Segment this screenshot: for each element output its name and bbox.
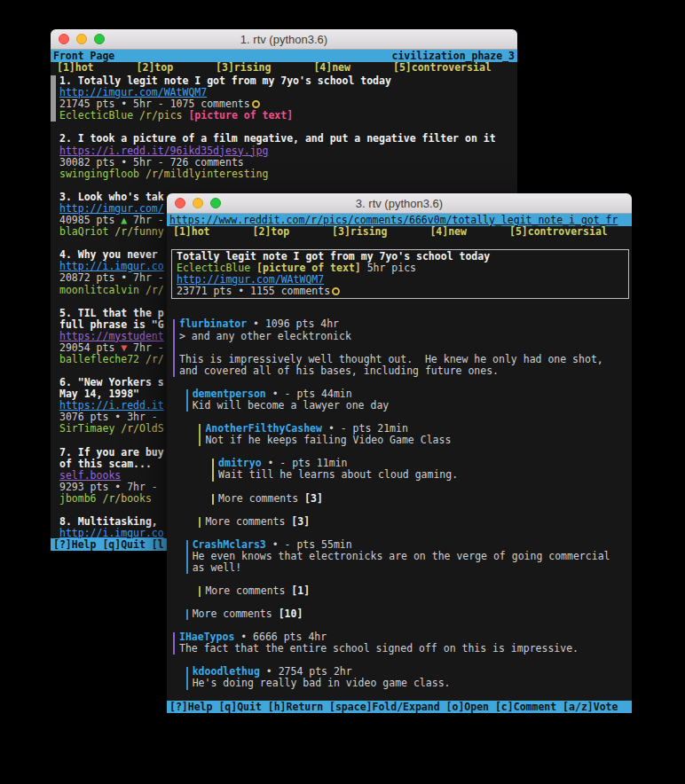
more-comments-count: [10] [279, 608, 303, 620]
comment-item[interactable]: IHaeTypos • 6666 pts 4hrThe fact that th… [173, 631, 632, 655]
post-author: jbomb6 [59, 493, 97, 505]
depth-bar [212, 459, 214, 481]
tab-2top[interactable]: [2]top [253, 226, 290, 238]
post-url[interactable]: https://i.redd.it [59, 400, 164, 412]
comment-body-line: He's doing really bad in video game clas… [193, 678, 632, 689]
post-points: 29054 pts [59, 342, 121, 354]
comment-body-line: He even knows that electronicks are on t… [193, 551, 632, 562]
comment-header: IHaeTypos • 6666 pts 4hr [179, 631, 632, 643]
tab-4new[interactable]: [4]new [313, 62, 350, 74]
comment-body-line: This is impressively well thought out. H… [179, 354, 632, 365]
comment-author: dmitryo [218, 458, 261, 469]
tab-5controversial[interactable]: [5]controversial [509, 226, 608, 238]
post-url[interactable]: self.books [59, 470, 121, 482]
post-url[interactable]: http://imgur.com/WAtWQM7 [177, 274, 324, 286]
comment-item[interactable]: dementperson • - pts 44minKid will becom… [186, 388, 632, 412]
post-url[interactable]: http://i.imgur.co [59, 261, 164, 272]
post-byline: swingingfloob /r/mildlyinteresting [59, 169, 515, 180]
post-age-comments: 5hr - 1075 comments [127, 98, 249, 110]
post-author: ballefleche72 [59, 354, 139, 365]
titlebar[interactable]: 3. rtv (python3.6) [167, 193, 632, 214]
more-comments-item[interactable]: More comments [3] [212, 493, 632, 505]
close-button[interactable] [59, 34, 69, 44]
space [133, 110, 139, 122]
space [139, 354, 146, 365]
comment-header: dmitryo • - pts 11min [218, 458, 632, 469]
more-comments-line: More comments [3] [218, 493, 632, 505]
comment-author: kdoodlethug [193, 666, 260, 678]
post-age-comments: 7hr - [127, 272, 164, 284]
post-subreddit: /r/OldS [121, 423, 163, 435]
titlebar[interactable]: 1. rtv (python3.6) [51, 29, 517, 50]
more-comments-label: More comments [205, 585, 291, 597]
post-item[interactable]: 2. I took a picture of a film negative, … [59, 133, 515, 179]
post-byline: EclecticBlue /r/pics [picture of text] [59, 110, 515, 122]
comment-header: CrashMclars3 • - pts 55min [193, 539, 632, 551]
post-flair: [picture of text] [256, 263, 361, 274]
tab-3rising[interactable]: [3]rising [216, 62, 271, 74]
more-comments-item[interactable]: More comments [3] [199, 516, 632, 528]
comment-meta: • 6666 pts 4hr [234, 631, 327, 643]
more-comments-line: More comments [10] [193, 608, 632, 620]
more-comments-item[interactable]: More comments [10] [186, 608, 632, 620]
tab-1hot[interactable]: [1]hot [173, 226, 210, 238]
more-comments-count: [3] [291, 516, 310, 528]
zoom-button[interactable] [210, 198, 221, 208]
post-points: 3076 pts [59, 412, 114, 423]
zoom-button[interactable] [94, 34, 105, 44]
window-title: 3. rtv (python3.6) [356, 197, 443, 210]
comment-header: kdoodlethug • 2754 pts 2hr [193, 666, 632, 678]
post-author: swingingfloob [59, 169, 139, 180]
tab-3rising[interactable]: [3]rising [332, 226, 387, 238]
post-subreddit: /r/books [102, 493, 151, 505]
window-title: 1. rtv (python3.6) [240, 33, 327, 46]
depth-bar [199, 586, 201, 597]
comment-item[interactable]: dmitryo • - pts 11minWait till he learns… [212, 458, 632, 481]
subreddit-header-bar: Front Page civilization_phaze_3 [51, 50, 517, 62]
post-age-comments: 3hr - [121, 412, 163, 423]
sort-tabs: [1]hot[2]top[3]rising[4]new[5]controvers… [51, 62, 517, 74]
post-byline: EclecticBlue [picture of text] 5hr pics [177, 263, 624, 274]
more-comments-line: More comments [1] [205, 585, 632, 597]
url-bar: https://www.reddit.com/r/pics/comments/6… [167, 214, 632, 226]
depth-bar [173, 632, 175, 655]
comment-item[interactable]: CrashMclars3 • - pts 55minHe even knows … [186, 539, 632, 574]
comment-item[interactable]: flurbinator • 1096 pts 4hr> and any othe… [173, 318, 632, 376]
tab-5controversial[interactable]: [5]controversial [393, 62, 492, 74]
depth-bar [186, 667, 188, 689]
depth-bar [186, 540, 188, 574]
post-url[interactable]: http://imgur.com/WAtWQM7 [59, 87, 207, 98]
comment-author: CrashMclars3 [193, 539, 266, 551]
more-comments-item[interactable]: More comments [1] [199, 585, 632, 597]
post-box[interactable]: Totally legit note I got from my 7yo's s… [171, 249, 629, 299]
post-url-line: https://i.redd.it/96ikd35djesy.jpg [59, 145, 515, 157]
tab-4new[interactable]: [4]new [429, 226, 467, 238]
tab-1hot[interactable]: [1]hot [57, 62, 94, 74]
comment-item[interactable]: AnotherFilthyCashew • - pts 21minNot if … [199, 423, 632, 446]
comment-meta: • 1096 pts 4hr [247, 318, 339, 330]
minimize-button[interactable] [193, 198, 203, 208]
comment-item[interactable]: kdoodlethug • 2754 pts 2hrHe's doing rea… [186, 666, 632, 689]
post-author: moonlitcalvin [59, 285, 139, 296]
post-url[interactable]: https://mystudent [59, 331, 164, 342]
post-age-comments: 7hr - [127, 342, 164, 354]
comment-meta: • - pts 21min [322, 423, 408, 435]
close-button[interactable] [175, 198, 185, 208]
post-url[interactable]: https://i.redd.it/96ikd35djesy.jpg [59, 145, 268, 157]
tab-2top[interactable]: [2]top [137, 62, 174, 74]
frontpage-label: Front Page [53, 50, 114, 62]
comment-header: AnotherFilthyCashew • - pts 21min [205, 423, 632, 435]
post-url[interactable]: http://imgur.com/ [59, 203, 164, 215]
comment-header: dementperson • - pts 44min [193, 388, 632, 400]
comment-meta: • - pts 44min [266, 388, 352, 400]
more-comments-count: [1] [291, 585, 310, 597]
depth-bar [212, 494, 214, 505]
post-subreddit: /r/funny [114, 226, 163, 238]
post-item[interactable]: 1. Totally legit note I got from my 7yo'… [59, 75, 515, 122]
more-comments-label: More comments [218, 493, 304, 505]
comment-body-line: Kid will become a lawyer one day [193, 400, 632, 412]
post-title: 1. Totally legit note I got from my 7yo'… [59, 75, 515, 87]
minimize-button[interactable] [76, 34, 87, 44]
statusbar: [?]Help [q]Quit [h]Return [space]Fold/Ex… [167, 701, 632, 713]
post-subreddit: /r/mildlyinteresting [146, 169, 268, 180]
